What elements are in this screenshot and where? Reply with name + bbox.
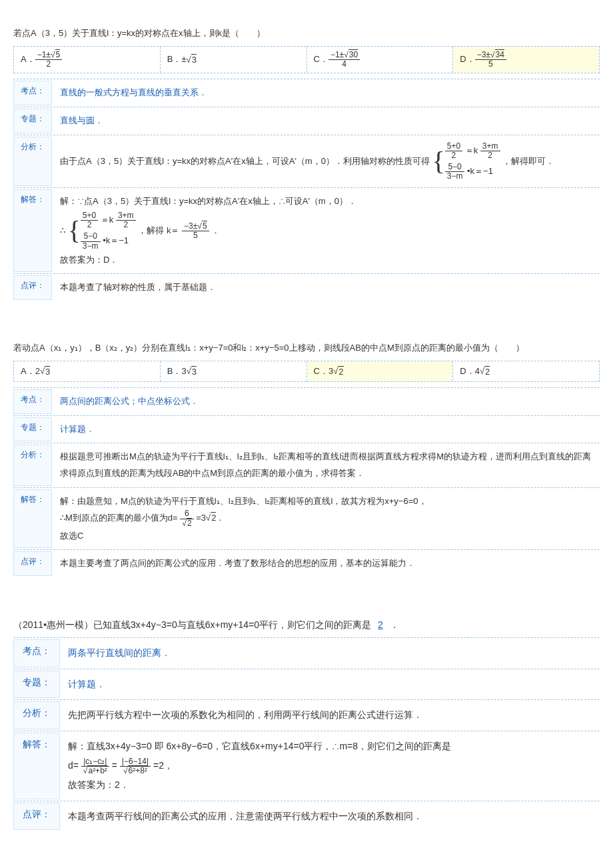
frac: 6 2 (180, 509, 193, 527)
option-c[interactable]: C．32 (307, 361, 454, 381)
n: 5−0 (81, 232, 101, 241)
jieda-label: 解答： (13, 489, 52, 549)
dianping-row: 点评： 本题考查两平行线间的距离公式的应用，注意需使两平行线方程中一次项的系数相… (13, 801, 600, 831)
dianping-content: 本题考查了轴对称的性质，属于基础题． (57, 275, 600, 300)
opt-b-prefix: B．± (167, 53, 187, 65)
zhuanti-content[interactable]: 计算题． (65, 671, 600, 698)
dianping-content: 本题主要考查了两点间的距离公式的应用．考查了数形结合的思想的应用，基本的运算能力… (57, 551, 600, 576)
jieda-row: 解答： 解：直线3x+4y−3=0 即 6x+8y−6=0，它直线6x+my+1… (13, 731, 600, 801)
fenxi-label: 分析： (13, 701, 60, 729)
sqrt-sign (480, 366, 484, 376)
rad: 3 (45, 366, 50, 377)
zhuanti-row: 专题： 计算题． (13, 669, 600, 700)
frac2: |−6−14| 6²+8² (120, 757, 151, 775)
rad: 30 (348, 49, 358, 59)
end: ． (216, 513, 225, 523)
option-d[interactable]: D． −3±34 5 (453, 47, 599, 73)
brace-icon: { (432, 148, 445, 175)
kaodian-content[interactable]: 两条平行直线间的距离． (65, 639, 600, 667)
sqrt-sign (51, 50, 55, 59)
kaodian-label: 考点： (13, 639, 60, 667)
kaodian-row: 考点： 两条平行直线间的距离． (13, 638, 600, 669)
solution-sections: 考点： 两条平行直线间的距离． 专题： 计算题． 分析： 先把两平行线方程中一次… (13, 637, 600, 831)
question-text: 若点A（3，5）关于直线l：y=kx的对称点在x轴上，则k是（ ） (13, 27, 600, 41)
n: 3+m (116, 211, 136, 221)
problem-2: 若动点A（x₁，y₁），B（x₂，y₂）分别在直线l₁：x+y−7=0和l₂：x… (13, 341, 600, 577)
l2: d= |c₁−c₂| a²+b² = |−6−14| 6²+8² =2， (68, 756, 597, 775)
eq: = (112, 760, 117, 771)
jieda-row: 解答： 解：∵点A（3，5）关于直线l：y=kx的对称点A′在x轴上，∴可设A′… (13, 188, 600, 274)
k-frac: −3±5 5 (182, 222, 209, 240)
option-b[interactable]: B．±3 (161, 47, 307, 73)
tail: •k＝−1 (467, 166, 493, 176)
l2: ∴M到原点的距离的最小值为d= 6 2 =32． (60, 509, 597, 527)
kaodian-row: 考点： 两点间的距离公式；中点坐标公式． (13, 388, 600, 416)
jieda-l1: 解：∵点A（3，5）关于直线l：y=kx的对称点A′在x轴上，∴可设A′（m，0… (60, 193, 597, 210)
jieda-label: 解答： (13, 189, 52, 272)
jieda-l3: 故答案为：D． (60, 252, 597, 269)
keq: k＝ (167, 225, 180, 235)
question-text: （2011•惠州一模）已知直线3x+4y−3=0与直线6x+my+14=0平行，… (13, 617, 600, 632)
fenxi-row: 分析： 根据题意可推断出M点的轨迹为平行于直线l₁、l₂且到l₁、l₂距离相等的… (13, 443, 600, 487)
sqrt-sign (40, 366, 45, 376)
r: 6²+8² (128, 765, 147, 775)
fenxi-a: 由于点A（3，5）关于直线l：y=kx的对称点A′在x轴上，可设A′（m，0）．… (60, 155, 430, 165)
problem-3: （2011•惠州一模）已知直线3x+4y−3=0与直线6x+my+14=0平行，… (13, 617, 600, 831)
pre: B．3 (167, 365, 187, 377)
opt-d-prefix: D． (460, 53, 474, 65)
sqrt-sign (333, 366, 338, 376)
pre: C．3 (314, 365, 334, 377)
fenxi-row: 分析： 由于点A（3，5）关于直线l：y=kx的对称点A′在x轴上，可设A′（m… (13, 135, 600, 189)
sqrt-sign (344, 50, 348, 59)
kaodian-label: 考点： (13, 389, 52, 414)
d: 5 (182, 231, 209, 240)
sqrt-sign (187, 366, 191, 376)
solution-sections: 考点： 两点间的距离公式；中点坐标公式． 专题： 计算题． 分析： 根据题意可推… (13, 387, 600, 577)
sqrt-sign (490, 50, 495, 59)
opt-c-frac: −1±30 4 (328, 51, 360, 69)
dianping-label: 点评： (13, 275, 52, 300)
rad: 5 (55, 49, 61, 59)
l1: 解：由题意知，M点的轨迹为平行于直线l₁、l₂且到l₁、l₂距离相等的直线l，故… (60, 493, 597, 510)
pre: D．4 (460, 365, 480, 377)
zhuanti-label: 专题： (13, 417, 52, 442)
jieda-row: 解答： 解：由题意知，M点的轨迹为平行于直线l₁、l₂且到l₁、l₂距离相等的直… (13, 488, 600, 551)
sqrt-sign (123, 766, 128, 775)
zhuanti-content[interactable]: 直线与圆． (57, 109, 600, 133)
kaodian-content[interactable]: 直线的一般式方程与直线的垂直关系． (57, 81, 600, 105)
zhuanti-row: 专题： 直线与圆． (13, 107, 600, 135)
dianping-label: 点评： (13, 551, 52, 576)
question-text: 若动点A（x₁，y₁），B（x₂，y₂）分别在直线l₁：x+y−7=0和l₂：x… (13, 341, 600, 355)
option-b[interactable]: B．33 (161, 361, 307, 381)
fenxi-content: 根据题意可推断出M点的轨迹为平行于直线l₁、l₂且到l₁、l₂距离相等的直线l进… (57, 445, 600, 485)
kaodian-label: 考点： (13, 81, 52, 105)
option-a[interactable]: A． −1±5 2 (14, 47, 161, 73)
brace-system: { 5+02 ＝k 3+m2 5−03−m •k＝−1 (432, 141, 500, 183)
num-a: −1± (330, 50, 344, 59)
pre: d= (68, 760, 79, 771)
rad: 3 (191, 366, 197, 377)
den: 2 (35, 60, 63, 69)
dianping-row: 点评： 本题考查了轴对称的性质，属于基础题． (13, 274, 600, 301)
zhuanti-label: 专题： (13, 109, 52, 133)
d: 2 (445, 151, 462, 160)
answer-blank: 2 (374, 619, 387, 630)
opt-a-prefix: A． (21, 53, 35, 65)
option-c[interactable]: C． −1±30 4 (307, 47, 454, 73)
option-d[interactable]: D．42 (453, 361, 599, 381)
opt-a-frac: −1±5 2 (35, 51, 63, 69)
jieda-content: 解：∵点A（3，5）关于直线l：y=kx的对称点A′在x轴上，∴可设A′（m，0… (57, 189, 600, 272)
problem-1: 若点A（3，5）关于直线l：y=kx的对称点在x轴上，则k是（ ） A． −1±… (13, 27, 600, 301)
fenxi-b: ，解得即可． (502, 155, 554, 165)
sqrt-sign (187, 55, 191, 65)
zhuanti-content[interactable]: 计算题． (57, 417, 600, 442)
n: 5+0 (445, 142, 462, 151)
mid: ＝k (465, 145, 478, 155)
mid: =3 (196, 513, 206, 523)
mid: ，解得 (138, 225, 164, 235)
kaodian-content[interactable]: 两点间的距离公式；中点坐标公式． (57, 389, 600, 414)
fenxi-label: 分析： (13, 445, 52, 485)
option-a[interactable]: A．23 (14, 361, 161, 381)
rad: 3 (191, 54, 197, 65)
zhuanti-label: 专题： (13, 671, 60, 698)
